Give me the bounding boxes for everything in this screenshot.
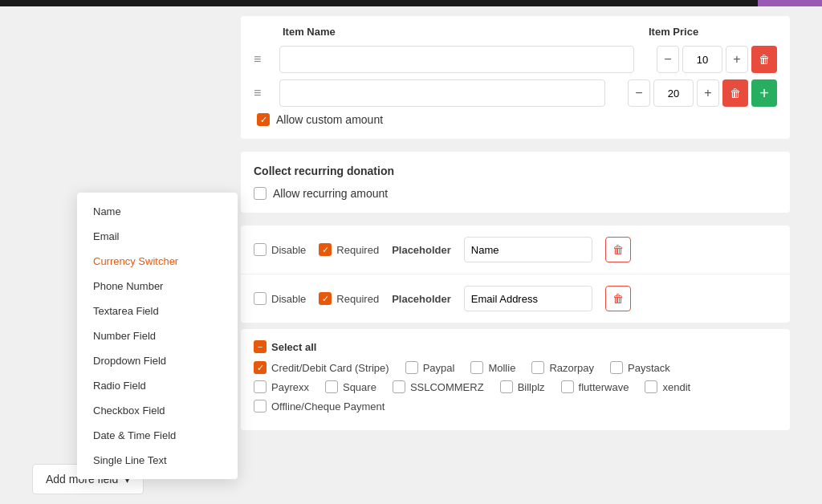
recurring-section: Collect recurring donation Allow recurri… (241, 152, 790, 213)
dropdown-item-phone[interactable]: Phone Number (77, 274, 238, 299)
payment-item-square: Square (325, 380, 376, 393)
dropdown-item-email[interactable]: Email (77, 224, 238, 249)
payment-item-paypal: Paypal (405, 361, 455, 374)
flutterwave-checkbox[interactable] (561, 380, 574, 393)
payment-item-payrexx: Payrexx (254, 380, 309, 393)
stripe-checkbox[interactable]: ✓ (254, 361, 267, 374)
offline-label: Offline/Cheque Payment (271, 400, 385, 413)
price-increase-1[interactable]: + (726, 46, 748, 73)
billplz-checkbox[interactable] (500, 380, 513, 393)
payment-item-offline: Offline/Cheque Payment (254, 400, 385, 413)
top-bar (0, 0, 822, 6)
placeholder-input-name[interactable] (464, 237, 592, 262)
dropdown-item-name[interactable]: Name (77, 199, 238, 224)
recurring-row: Allow recurring amount (254, 187, 777, 200)
dropdown-item-currency[interactable]: Currency Switcher (77, 249, 238, 274)
custom-amount-checkbox[interactable]: ✓ (257, 113, 270, 126)
dropdown-item-dropdown[interactable]: Dropdown Field (77, 348, 238, 373)
price-decrease-1[interactable]: − (657, 46, 679, 73)
price-decrease-2[interactable]: − (628, 79, 650, 107)
dropdown-menu: Name Email Currency Switcher Phone Numbe… (77, 193, 238, 479)
payment-row-3: Offline/Cheque Payment (254, 400, 777, 413)
delete-row-1[interactable]: 🗑 (751, 46, 777, 73)
paystack-label: Paystack (628, 362, 670, 374)
top-bar-accent (758, 0, 822, 6)
delete-field-name[interactable]: 🗑 (605, 237, 631, 262)
required-label-email: Required (336, 293, 379, 305)
price-input-2[interactable] (653, 79, 694, 107)
payment-item-flutterwave: flutterwave (561, 380, 629, 393)
required-field-name: ✓ Required (319, 243, 379, 256)
col-item-name-header: Item Name (283, 26, 633, 38)
xendit-checkbox[interactable] (645, 380, 657, 393)
payrexx-checkbox[interactable] (254, 380, 267, 393)
custom-amount-row: ✓ Allow custom amount (254, 113, 777, 126)
price-control-2: − + 🗑 + (628, 79, 777, 107)
main-content: Item Name Item Price ≡ − + 🗑 ≡ − (0, 0, 822, 504)
add-row-btn[interactable]: + (751, 79, 777, 107)
price-control-1: − + 🗑 (657, 46, 777, 73)
dropdown-item-singleline[interactable]: Single Line Text (77, 448, 238, 473)
disable-checkbox-name[interactable] (254, 243, 267, 256)
required-checkbox-name[interactable]: ✓ (319, 243, 332, 256)
fields-section: Disable ✓ Required Placeholder 🗑 Disable… (241, 226, 790, 323)
stripe-label: Credit/Debit Card (Stripe) (271, 362, 389, 374)
flutterwave-label: flutterwave (579, 381, 629, 393)
payment-section: − Select all ✓ Credit/Debit Card (Stripe… (241, 329, 790, 430)
payment-item-razorpay: Razorpay (531, 361, 594, 374)
paypal-label: Paypal (423, 362, 455, 374)
dropdown-item-radio[interactable]: Radio Field (77, 373, 238, 398)
paystack-checkbox[interactable] (610, 361, 623, 374)
square-checkbox[interactable] (325, 380, 338, 393)
sslcommerz-checkbox[interactable] (393, 380, 405, 393)
dropdown-item-number[interactable]: Number Field (77, 323, 238, 348)
item-name-input-1[interactable] (279, 46, 634, 73)
items-header: Item Name Item Price (254, 26, 777, 38)
field-row-name: Disable ✓ Required Placeholder 🗑 (241, 226, 790, 274)
items-section: Item Name Item Price ≡ − + 🗑 ≡ − (241, 16, 790, 139)
razorpay-label: Razorpay (549, 362, 594, 374)
delete-field-email[interactable]: 🗑 (605, 286, 631, 311)
required-checkbox-email[interactable]: ✓ (319, 292, 332, 305)
payment-item-sslcommerz: SSLCOMMERZ (393, 380, 484, 393)
recurring-checkbox[interactable] (254, 187, 267, 200)
disable-label-email: Disable (271, 293, 306, 305)
razorpay-checkbox[interactable] (531, 361, 544, 374)
payrexx-label: Payrexx (271, 381, 309, 393)
required-label-name: Required (336, 244, 379, 256)
mollie-checkbox[interactable] (470, 361, 483, 374)
drag-handle-1[interactable]: ≡ (254, 52, 273, 67)
dropdown-item-checkbox[interactable]: Checkbox Field (77, 398, 238, 423)
item-name-input-2[interactable] (279, 79, 605, 107)
required-field-email: ✓ Required (319, 292, 379, 305)
sslcommerz-label: SSLCOMMERZ (410, 381, 484, 393)
custom-amount-label: Allow custom amount (276, 113, 383, 126)
delete-row-2[interactable]: 🗑 (722, 79, 748, 107)
xendit-label: xendit (662, 381, 690, 393)
recurring-title: Collect recurring donation (254, 165, 777, 177)
paypal-checkbox[interactable] (405, 361, 418, 374)
payment-row-1: ✓ Credit/Debit Card (Stripe) Paypal Moll… (254, 361, 777, 374)
item-row-2: ≡ − + 🗑 + (254, 79, 777, 107)
item-row-1: ≡ − + 🗑 (254, 46, 777, 73)
drag-handle-2[interactable]: ≡ (254, 86, 273, 100)
disable-label-name: Disable (271, 244, 306, 256)
price-increase-2[interactable]: + (697, 79, 719, 107)
dropdown-item-datetime[interactable]: Date & Time Field (77, 423, 238, 448)
offline-checkbox[interactable] (254, 400, 267, 413)
payment-item-xendit: xendit (645, 380, 690, 393)
placeholder-label-name: Placeholder (392, 244, 451, 256)
dropdown-item-textarea[interactable]: Textarea Field (77, 299, 238, 323)
placeholder-label-email: Placeholder (392, 293, 451, 305)
placeholder-input-email[interactable] (464, 286, 592, 311)
select-all-row: − Select all (254, 340, 777, 353)
square-label: Square (343, 381, 376, 393)
mollie-label: Mollie (488, 362, 515, 374)
select-all-checkbox[interactable]: − (254, 340, 267, 353)
payment-row-2: Payrexx Square SSLCOMMERZ Billplz flutte… (254, 380, 777, 393)
price-input-1[interactable] (682, 46, 722, 73)
recurring-allow-label: Allow recurring amount (273, 187, 388, 200)
col-item-price-header: Item Price (649, 26, 777, 38)
disable-checkbox-email[interactable] (254, 292, 267, 305)
field-row-email: Disable ✓ Required Placeholder 🗑 (241, 274, 790, 323)
